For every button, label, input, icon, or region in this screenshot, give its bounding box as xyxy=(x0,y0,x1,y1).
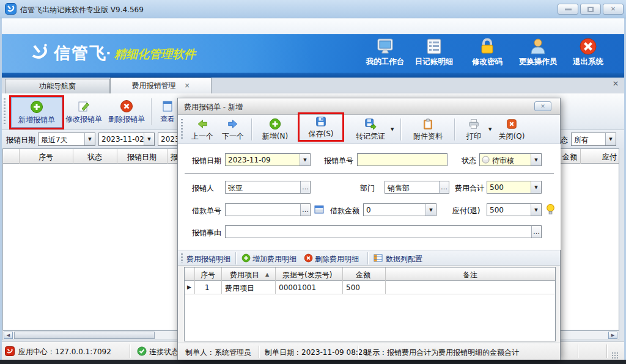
button-label: 关闭(Q) xyxy=(499,131,525,142)
tab-close-icon[interactable]: ✕ xyxy=(184,82,190,90)
total-combo[interactable]: 500 ▼ xyxy=(487,181,542,194)
frame-left xyxy=(0,18,2,360)
banner-action-journal[interactable]: 日记账明细 xyxy=(407,37,462,67)
loanno-input[interactable]: … xyxy=(225,203,311,216)
maximize-icon xyxy=(587,7,594,12)
row-marker-icon: ▶ xyxy=(187,284,191,290)
banner-action-exit[interactable]: 退出系统 xyxy=(561,37,616,67)
delete-expense-button[interactable]: 删除报销单 xyxy=(106,96,147,128)
next-button[interactable]: 下一个 xyxy=(218,116,248,143)
remove-detail-button[interactable]: 删除费用明细 xyxy=(315,254,359,264)
resize-grip[interactable] xyxy=(611,352,619,359)
list-header-no[interactable]: 序号 xyxy=(39,152,53,162)
tab-navigation[interactable]: 功能导航窗 xyxy=(5,79,110,93)
button-label: 删除报销单 xyxy=(108,114,145,125)
save-button[interactable]: 保存(S) xyxy=(300,114,342,140)
date-preset-combo[interactable]: 最近7天 ▼ xyxy=(38,133,95,146)
dialog-close-button[interactable]: ✕ xyxy=(534,101,551,111)
bulb-icon[interactable] xyxy=(545,203,556,215)
docno-input[interactable] xyxy=(357,153,447,166)
button-label: 转记凭证 xyxy=(356,131,385,142)
dialog-titlebar: 费用报销单 - 新增 ✕ xyxy=(178,98,560,115)
status-filter-combo[interactable]: 所有 ▼ xyxy=(571,133,616,146)
chevron-down-icon[interactable]: ▼ xyxy=(605,133,616,145)
ellipsis-button[interactable]: … xyxy=(300,204,310,216)
arrow-right-icon xyxy=(227,118,239,130)
columns-config-icon xyxy=(374,253,383,263)
list-header-status[interactable]: 状态 xyxy=(87,152,102,162)
add-expense-button[interactable]: 新增报销单 xyxy=(11,97,62,128)
banner-action-switch-user[interactable]: 更换操作员 xyxy=(510,37,565,67)
banner-action-label: 更换操作员 xyxy=(519,57,558,67)
chevron-down-icon[interactable]: ▼ xyxy=(425,204,436,216)
status-circle-icon xyxy=(482,156,490,164)
chevron-down-icon[interactable]: ▼ xyxy=(531,204,541,216)
person-input[interactable]: 张亚 … xyxy=(225,181,311,194)
toolbar-grip[interactable] xyxy=(181,119,183,140)
attachments-button[interactable]: 附件资料 xyxy=(409,116,447,143)
edit-expense-button[interactable]: 修改报销单 xyxy=(64,96,104,128)
scroll-left-button[interactable]: ◀ xyxy=(4,332,13,339)
scrollbar-thumb[interactable] xyxy=(14,332,155,339)
tab-expense-management[interactable]: 费用报销管理 ✕ xyxy=(110,78,212,93)
date-combo[interactable]: 2023-11-09 ▼ xyxy=(225,153,311,166)
detail-header-item[interactable]: 费用项目 xyxy=(230,270,259,280)
scroll-right-button[interactable]: ▶ xyxy=(608,332,617,339)
print-button[interactable]: 打印 xyxy=(460,116,487,143)
columns-config-button[interactable]: 数据列配置 xyxy=(386,254,422,264)
add-detail-button[interactable]: 增加费用明细 xyxy=(252,254,296,264)
column-divider xyxy=(117,149,117,164)
detail-header-note[interactable]: 备注 xyxy=(463,270,477,280)
loan-list-icon[interactable] xyxy=(314,205,324,214)
chevron-down-icon[interactable]: ▼ xyxy=(391,127,394,132)
detail-header-amount[interactable]: 金额 xyxy=(356,270,370,280)
status-combo[interactable]: 待审核 ▼ xyxy=(479,153,542,166)
ellipsis-button[interactable]: … xyxy=(300,181,310,193)
banner-action-password[interactable]: 修改密码 xyxy=(460,37,515,67)
column-divider xyxy=(580,149,581,164)
sort-asc-icon: ▲ xyxy=(265,272,269,277)
chevron-down-icon[interactable]: ▼ xyxy=(144,133,154,145)
maximize-button[interactable] xyxy=(580,4,601,15)
toolbar-separator xyxy=(235,252,236,264)
status-separator xyxy=(606,344,607,358)
toolbar-grip[interactable] xyxy=(181,253,183,263)
annotation-highlight-save: 保存(S) xyxy=(298,112,344,142)
detail-header-receipt[interactable]: 票据号(发票号) xyxy=(282,270,332,280)
ellipsis-button[interactable]: … xyxy=(439,181,449,193)
close-dialog-button[interactable]: 关闭(Q) xyxy=(496,116,528,143)
chevron-down-icon[interactable]: ▼ xyxy=(300,154,310,166)
list-header-date[interactable]: 报销日期 xyxy=(127,152,156,162)
chevron-down-icon[interactable]: ▼ xyxy=(531,181,541,193)
button-label: 新增报销单 xyxy=(18,115,55,125)
close-button[interactable]: ✕ xyxy=(603,4,624,15)
dept-input[interactable]: 销售部 … xyxy=(385,181,449,194)
new-button[interactable]: 新增(N) xyxy=(257,116,293,143)
status-separator xyxy=(130,344,130,358)
ellipsis-button[interactable]: … xyxy=(531,226,541,238)
banner-action-workbench[interactable]: 我的工作台 xyxy=(358,37,413,67)
payable-combo[interactable]: 500 ▼ xyxy=(487,203,542,216)
banner-action-label: 我的工作台 xyxy=(366,57,405,67)
chevron-down-icon[interactable]: ▼ xyxy=(531,154,541,166)
list-header-amount[interactable]: 金额 xyxy=(562,152,577,162)
previous-button[interactable]: 上一个 xyxy=(188,116,217,143)
field-value: 张亚 xyxy=(226,181,300,193)
list-header-payable[interactable]: 应付 xyxy=(602,152,617,162)
minimize-button[interactable] xyxy=(558,4,578,15)
print-icon xyxy=(468,118,480,130)
tabbar-close-icon[interactable]: ✕ xyxy=(613,79,619,88)
field-value xyxy=(226,226,531,238)
reason-input[interactable]: … xyxy=(225,225,542,238)
loanamt-combo[interactable]: 0 ▼ xyxy=(363,203,436,216)
chevron-down-icon[interactable]: ▼ xyxy=(488,127,492,132)
chevron-down-icon[interactable]: ▼ xyxy=(84,133,95,145)
post-voucher-button[interactable]: 转记凭证 xyxy=(352,116,389,143)
save-icon xyxy=(315,115,327,128)
tab-label: 功能导航窗 xyxy=(39,81,76,92)
date-from-combo[interactable]: 2023-11-02 ▼ xyxy=(98,133,155,146)
button-label: 打印 xyxy=(466,131,481,142)
frame-bottom xyxy=(0,360,626,364)
toolbar-grip[interactable] xyxy=(4,98,6,125)
detail-header-no[interactable]: 序号 xyxy=(201,270,215,280)
